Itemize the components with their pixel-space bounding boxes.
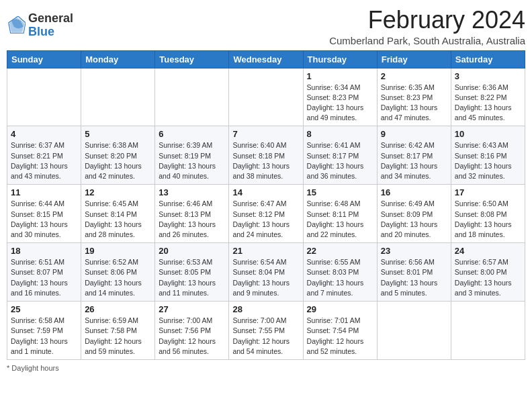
day-number: 16 — [381, 187, 447, 197]
day-info: Sunrise: 6:59 AM Sunset: 7:58 PM Dayligh… — [85, 316, 151, 357]
week-row-0: 1Sunrise: 6:34 AM Sunset: 8:23 PM Daylig… — [7, 68, 525, 126]
day-header-thursday: Thursday — [303, 50, 377, 68]
calendar-cell — [155, 68, 229, 126]
calendar-cell: 29Sunrise: 7:01 AM Sunset: 7:54 PM Dayli… — [303, 302, 377, 360]
day-number: 19 — [85, 246, 151, 256]
day-number: 7 — [232, 129, 299, 139]
day-number: 23 — [381, 246, 447, 256]
day-number: 13 — [159, 187, 225, 197]
day-number: 21 — [232, 246, 299, 256]
calendar-cell: 24Sunrise: 6:57 AM Sunset: 8:00 PM Dayli… — [451, 243, 525, 302]
day-number: 14 — [232, 187, 299, 197]
calendar-cell: 11Sunrise: 6:44 AM Sunset: 8:15 PM Dayli… — [7, 185, 81, 243]
day-info: Sunrise: 6:54 AM Sunset: 8:04 PM Dayligh… — [232, 257, 299, 298]
calendar-cell: 2Sunrise: 6:35 AM Sunset: 8:23 PM Daylig… — [377, 68, 451, 126]
day-info: Sunrise: 6:52 AM Sunset: 8:06 PM Dayligh… — [85, 257, 151, 298]
day-number: 9 — [381, 129, 447, 139]
calendar-cell: 17Sunrise: 6:50 AM Sunset: 8:08 PM Dayli… — [451, 185, 525, 243]
day-info: Sunrise: 6:47 AM Sunset: 8:12 PM Dayligh… — [232, 199, 299, 240]
day-info: Sunrise: 6:45 AM Sunset: 8:14 PM Dayligh… — [85, 199, 151, 240]
calendar-table: SundayMondayTuesdayWednesdayThursdayFrid… — [7, 50, 525, 360]
day-number: 15 — [307, 187, 373, 197]
day-info: Sunrise: 6:50 AM Sunset: 8:08 PM Dayligh… — [455, 199, 521, 240]
header-row: SundayMondayTuesdayWednesdayThursdayFrid… — [7, 50, 525, 68]
week-row-4: 25Sunrise: 6:58 AM Sunset: 7:59 PM Dayli… — [7, 302, 525, 360]
day-number: 22 — [307, 246, 373, 256]
calendar-cell — [377, 302, 451, 360]
day-info: Sunrise: 6:51 AM Sunset: 8:07 PM Dayligh… — [11, 257, 77, 298]
calendar-cell: 8Sunrise: 6:41 AM Sunset: 8:17 PM Daylig… — [303, 126, 377, 185]
day-info: Sunrise: 6:39 AM Sunset: 8:19 PM Dayligh… — [159, 140, 225, 181]
day-info: Sunrise: 6:35 AM Sunset: 8:23 PM Dayligh… — [381, 83, 447, 124]
day-info: Sunrise: 6:42 AM Sunset: 8:17 PM Dayligh… — [381, 140, 447, 181]
calendar-cell: 18Sunrise: 6:51 AM Sunset: 8:07 PM Dayli… — [7, 243, 81, 302]
calendar-cell: 10Sunrise: 6:43 AM Sunset: 8:16 PM Dayli… — [451, 126, 525, 185]
calendar-cell: 25Sunrise: 6:58 AM Sunset: 7:59 PM Dayli… — [7, 302, 81, 360]
day-number: 27 — [159, 304, 225, 314]
title-area: February 2024 Cumberland Park, South Aus… — [329, 7, 525, 46]
day-number: 6 — [159, 129, 225, 139]
calendar-cell — [229, 68, 303, 126]
day-number: 24 — [455, 246, 521, 256]
day-number: 20 — [159, 246, 225, 256]
day-info: Sunrise: 7:00 AM Sunset: 7:55 PM Dayligh… — [232, 316, 299, 357]
day-info: Sunrise: 6:43 AM Sunset: 8:16 PM Dayligh… — [455, 140, 521, 181]
day-number: 1 — [307, 71, 373, 81]
day-number: 18 — [11, 246, 77, 256]
day-info: Sunrise: 6:53 AM Sunset: 8:05 PM Dayligh… — [159, 257, 225, 298]
day-number: 26 — [85, 304, 151, 314]
day-info: Sunrise: 6:37 AM Sunset: 8:21 PM Dayligh… — [11, 140, 77, 181]
day-info: Sunrise: 6:38 AM Sunset: 8:20 PM Dayligh… — [85, 140, 151, 181]
calendar-cell: 14Sunrise: 6:47 AM Sunset: 8:12 PM Dayli… — [229, 185, 303, 243]
day-info: Sunrise: 6:48 AM Sunset: 8:11 PM Dayligh… — [307, 199, 373, 240]
calendar-cell: 9Sunrise: 6:42 AM Sunset: 8:17 PM Daylig… — [377, 126, 451, 185]
calendar-cell — [7, 68, 81, 126]
calendar-cell — [451, 302, 525, 360]
day-number: 17 — [455, 187, 521, 197]
day-number: 3 — [455, 71, 521, 81]
calendar-cell: 15Sunrise: 6:48 AM Sunset: 8:11 PM Dayli… — [303, 185, 377, 243]
day-number: 10 — [455, 129, 521, 139]
calendar-cell: 19Sunrise: 6:52 AM Sunset: 8:06 PM Dayli… — [81, 243, 155, 302]
day-number: 5 — [85, 129, 151, 139]
logo-text: General Blue — [28, 12, 73, 39]
day-header-monday: Monday — [81, 50, 155, 68]
week-row-1: 4Sunrise: 6:37 AM Sunset: 8:21 PM Daylig… — [7, 126, 525, 185]
calendar-cell: 26Sunrise: 6:59 AM Sunset: 7:58 PM Dayli… — [81, 302, 155, 360]
day-info: Sunrise: 7:00 AM Sunset: 7:56 PM Dayligh… — [159, 316, 225, 357]
month-title: February 2024 — [329, 7, 525, 34]
week-row-2: 11Sunrise: 6:44 AM Sunset: 8:15 PM Dayli… — [7, 185, 525, 243]
footer-note: * Daylight hours — [7, 364, 525, 372]
day-number: 28 — [232, 304, 299, 314]
day-info: Sunrise: 6:41 AM Sunset: 8:17 PM Dayligh… — [307, 140, 373, 181]
calendar-cell: 4Sunrise: 6:37 AM Sunset: 8:21 PM Daylig… — [7, 126, 81, 185]
logo: General Blue — [7, 7, 73, 44]
calendar-cell: 28Sunrise: 7:00 AM Sunset: 7:55 PM Dayli… — [229, 302, 303, 360]
calendar-cell: 5Sunrise: 6:38 AM Sunset: 8:20 PM Daylig… — [81, 126, 155, 185]
day-number: 29 — [307, 304, 373, 314]
day-number: 12 — [85, 187, 151, 197]
calendar-cell: 22Sunrise: 6:55 AM Sunset: 8:03 PM Dayli… — [303, 243, 377, 302]
calendar-cell: 27Sunrise: 7:00 AM Sunset: 7:56 PM Dayli… — [155, 302, 229, 360]
calendar-cell: 16Sunrise: 6:49 AM Sunset: 8:09 PM Dayli… — [377, 185, 451, 243]
day-info: Sunrise: 6:40 AM Sunset: 8:18 PM Dayligh… — [232, 140, 299, 181]
calendar-cell: 12Sunrise: 6:45 AM Sunset: 8:14 PM Dayli… — [81, 185, 155, 243]
day-info: Sunrise: 7:01 AM Sunset: 7:54 PM Dayligh… — [307, 316, 373, 357]
day-number: 4 — [11, 129, 77, 139]
calendar-cell: 20Sunrise: 6:53 AM Sunset: 8:05 PM Dayli… — [155, 243, 229, 302]
day-info: Sunrise: 6:36 AM Sunset: 8:22 PM Dayligh… — [455, 83, 521, 124]
day-info: Sunrise: 6:34 AM Sunset: 8:23 PM Dayligh… — [307, 83, 373, 124]
day-info: Sunrise: 6:55 AM Sunset: 8:03 PM Dayligh… — [307, 257, 373, 298]
day-number: 8 — [307, 129, 373, 139]
day-info: Sunrise: 6:49 AM Sunset: 8:09 PM Dayligh… — [381, 199, 447, 240]
calendar-cell: 13Sunrise: 6:46 AM Sunset: 8:13 PM Dayli… — [155, 185, 229, 243]
day-header-saturday: Saturday — [451, 50, 525, 68]
day-number: 25 — [11, 304, 77, 314]
logo-icon — [7, 16, 26, 35]
day-info: Sunrise: 6:44 AM Sunset: 8:15 PM Dayligh… — [11, 199, 77, 240]
day-header-wednesday: Wednesday — [229, 50, 303, 68]
calendar-cell: 7Sunrise: 6:40 AM Sunset: 8:18 PM Daylig… — [229, 126, 303, 185]
calendar-cell: 1Sunrise: 6:34 AM Sunset: 8:23 PM Daylig… — [303, 68, 377, 126]
day-header-tuesday: Tuesday — [155, 50, 229, 68]
day-header-sunday: Sunday — [7, 50, 81, 68]
